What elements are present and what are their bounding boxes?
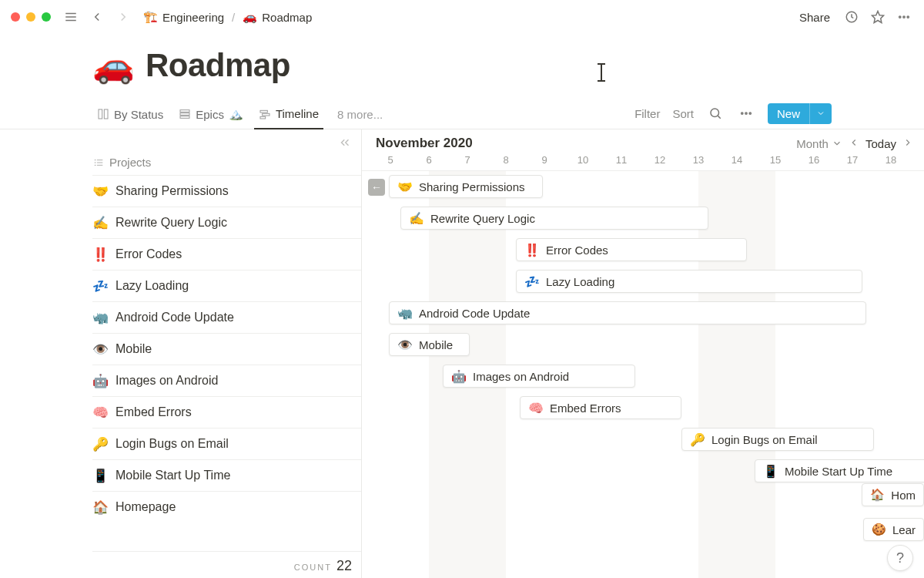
timeline-date: 6 — [410, 154, 448, 166]
filter-button[interactable]: Filter — [634, 107, 660, 120]
timeline-bar[interactable]: ‼️Error Codes — [516, 238, 747, 261]
view-tab-timeline[interactable]: Timeline — [254, 102, 323, 129]
close-window-dot[interactable] — [11, 12, 20, 22]
svg-rect-13 — [260, 110, 267, 113]
timeline-bar[interactable]: ✍️Rewrite Query Logic — [400, 207, 708, 230]
page-title[interactable]: Roadmap — [146, 47, 290, 84]
timeline-date: 5 — [371, 154, 410, 166]
favorite-star-icon[interactable] — [869, 8, 887, 26]
project-emoji: ‼️ — [92, 247, 108, 263]
timeline-bar-overflow[interactable]: 🍪Lear — [863, 518, 924, 541]
timeline-row: 🤝Sharing Permissions — [362, 171, 924, 203]
project-row[interactable]: 🔑Login Bugs on Email — [92, 428, 361, 459]
timeline-bar-emoji: 🔑 — [690, 432, 705, 447]
project-row[interactable]: 🦏Android Code Update — [92, 301, 361, 333]
timeline-bar-overflow[interactable]: 🏠Hom — [862, 483, 924, 506]
timeline-date: 8 — [487, 154, 525, 166]
timeline-bar-label: Lear — [892, 523, 916, 536]
project-name: Mobile — [116, 342, 152, 356]
timeline-bar-emoji: 📱 — [763, 464, 778, 479]
timeline-bar-label: Login Bugs on Email — [711, 433, 818, 446]
new-button-dropdown[interactable] — [809, 103, 832, 124]
timeline-date-header: 5678910111213141516171819 — [362, 151, 924, 171]
timeline-bar-label: Mobile Start Up Time — [785, 465, 892, 478]
project-row[interactable]: ✍️Rewrite Query Logic — [92, 207, 361, 238]
project-emoji: 🤝 — [92, 183, 108, 200]
timeline-today-button[interactable]: Today — [865, 137, 896, 150]
nav-back-icon[interactable] — [88, 8, 106, 26]
project-row[interactable]: 🏠Homepage — [92, 491, 361, 523]
project-row[interactable]: 💤Lazy Loading — [92, 270, 361, 301]
view-tab-label: Timeline — [276, 107, 319, 120]
timeline-bar-label: Hom — [891, 489, 916, 502]
project-name: Images on Android — [116, 374, 218, 388]
project-row[interactable]: 🧠Embed Errors — [92, 396, 361, 428]
project-emoji: ✍️ — [92, 215, 108, 231]
timeline-bar[interactable]: 🦏Android Code Update — [389, 301, 866, 324]
maximize-window-dot[interactable] — [42, 12, 51, 22]
breadcrumb-engineering[interactable]: 🏗️ Engineering — [140, 8, 227, 25]
svg-rect-10 — [180, 110, 189, 113]
svg-point-5 — [899, 16, 901, 18]
svg-point-18 — [742, 113, 743, 114]
breadcrumb-roadmap[interactable]: 🚗 Roadmap — [239, 8, 315, 25]
timeline-bar-label: Error Codes — [546, 244, 608, 257]
timeline-bar[interactable]: 🤝Sharing Permissions — [389, 175, 543, 198]
view-tab-epics[interactable]: Epics 🏔️ — [174, 102, 248, 129]
share-button[interactable]: Share — [795, 8, 835, 27]
more-menu-icon[interactable] — [895, 8, 913, 26]
view-tab-label: By Status — [114, 108, 163, 121]
collapse-sidebar-icon[interactable] — [338, 136, 352, 153]
breadcrumb: 🏗️ Engineering / 🚗 Roadmap — [140, 8, 315, 25]
timeline-bar-emoji: 🤝 — [397, 180, 413, 194]
timeline-bar[interactable]: 👁️Mobile — [389, 333, 470, 356]
project-row[interactable]: 👁️Mobile — [92, 333, 361, 365]
timeline-bar-emoji: 🍪 — [872, 523, 886, 536]
timeline-date: 17 — [833, 154, 872, 166]
timeline-bar[interactable]: 🤖Images on Android — [443, 365, 635, 388]
search-icon[interactable] — [706, 104, 725, 123]
svg-point-19 — [745, 113, 747, 114]
project-name: Embed Errors — [116, 405, 192, 419]
project-name: Android Code Update — [116, 311, 234, 324]
svg-line-17 — [718, 116, 720, 118]
view-tab-by-status[interactable]: By Status — [92, 103, 168, 129]
updates-icon[interactable] — [842, 8, 861, 26]
project-name: Lazy Loading — [116, 279, 189, 293]
timeline-row — [362, 487, 924, 519]
help-button[interactable]: ? — [887, 545, 913, 571]
project-row[interactable]: 🤖Images on Android — [92, 365, 361, 396]
timeline-bar[interactable]: 🧠Embed Errors — [520, 396, 681, 419]
timeline-prev-icon[interactable] — [849, 137, 859, 150]
project-row[interactable]: ‼️Error Codes — [92, 238, 361, 270]
timeline-bar-emoji: 🤖 — [451, 369, 467, 384]
timeline-row: 👁️Mobile — [362, 329, 924, 361]
projects-column-header[interactable]: Projects — [92, 129, 361, 175]
timeline-date: 14 — [718, 154, 756, 166]
new-button-label: New — [768, 103, 809, 124]
project-row[interactable]: 🤝Sharing Permissions — [92, 175, 361, 207]
timeline-next-icon[interactable] — [902, 137, 913, 150]
count-label: COUNT — [294, 563, 332, 572]
timeline-bar[interactable]: 🔑Login Bugs on Email — [681, 428, 874, 451]
new-button[interactable]: New — [768, 103, 832, 124]
timeline-row: 🤖Images on Android — [362, 361, 924, 392]
timeline-row: 🧠Embed Errors — [362, 392, 924, 424]
project-row[interactable]: 📱Mobile Start Up Time — [92, 459, 361, 491]
svg-point-7 — [907, 16, 909, 18]
timeline-bar-label: Android Code Update — [419, 307, 530, 320]
timeline-granularity-select[interactable]: Month — [796, 137, 842, 150]
timeline-bar[interactable]: 📱Mobile Start Up Time — [755, 459, 924, 482]
view-options-icon[interactable] — [737, 104, 755, 123]
sort-button[interactable]: Sort — [672, 107, 694, 120]
view-tab-more[interactable]: 8 more... — [330, 103, 387, 129]
page-icon[interactable]: 🚗 — [92, 45, 135, 86]
timeline-bar-emoji: 🏠 — [870, 488, 885, 502]
sidebar-toggle-icon[interactable] — [62, 8, 80, 26]
timeline-bar-emoji: ✍️ — [409, 211, 424, 226]
timeline-bar-emoji: 🧠 — [528, 401, 544, 415]
timeline-bar-emoji: 🦏 — [397, 306, 413, 321]
timeline-bar[interactable]: 💤Lazy Loading — [516, 270, 862, 293]
minimize-window-dot[interactable] — [26, 12, 35, 22]
timeline-date: 16 — [795, 154, 833, 166]
